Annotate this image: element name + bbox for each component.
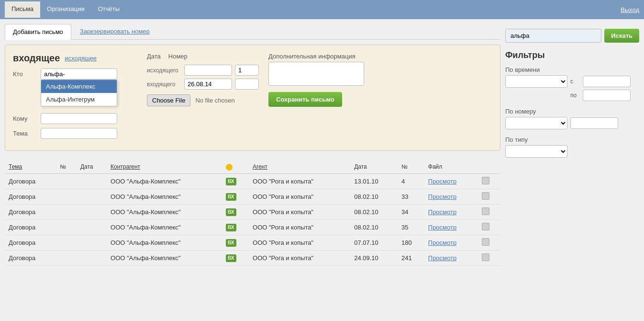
type-outgoing-link[interactable]: исходящее <box>65 55 97 62</box>
main-content: Добавить письмо Зарезервировать номер вх… <box>0 19 644 271</box>
cell-theme: Договора <box>5 204 56 219</box>
nav-item-pisma[interactable]: Письма <box>5 1 40 18</box>
cell-file[interactable]: Просмотр <box>424 189 478 204</box>
theme-label: Тема <box>13 130 37 137</box>
dropdown-item-1[interactable]: Альфа-Интегрум <box>41 93 117 106</box>
cell-attach[interactable] <box>478 250 501 265</box>
additional-title: Дополнительная информация <box>268 53 364 60</box>
attach-icon[interactable] <box>482 223 489 230</box>
cell-agent-num: 241 <box>398 250 424 265</box>
nav-item-organizations[interactable]: Организации <box>40 1 91 18</box>
attach-icon[interactable] <box>482 192 489 200</box>
cell-theme: Договора <box>5 173 56 189</box>
outgoing-num-input[interactable] <box>235 65 259 76</box>
cell-file[interactable]: Просмотр <box>424 173 478 189</box>
badge-icon: ВХ <box>226 178 236 185</box>
view-link[interactable]: Просмотр <box>428 208 456 216</box>
filter-time-label: По времени <box>505 66 639 73</box>
filter-time-select[interactable] <box>505 75 567 88</box>
filters-title: Фильтры <box>505 50 639 60</box>
outgoing-date-input[interactable] <box>184 65 232 76</box>
attach-icon[interactable] <box>482 207 489 215</box>
cell-badge: ВХ <box>222 173 249 189</box>
col-agent[interactable]: Агент <box>249 160 350 173</box>
cell-agent-date: 24.09.10 <box>350 250 398 265</box>
outgoing-date-label: исходящего <box>147 67 181 74</box>
table-row: Договора ООО "Альфа-Комплекс" ВХ ООО "Ро… <box>5 250 500 265</box>
col-attach <box>478 160 501 173</box>
outgoing-date-row: исходящего <box>147 65 259 76</box>
cell-num <box>56 219 77 235</box>
search-bar: Искать <box>505 29 639 43</box>
attach-icon[interactable] <box>482 238 489 246</box>
view-link[interactable]: Просмотр <box>428 193 456 200</box>
table-row: Договора ООО "Альфа-Комплекс" ВХ ООО "Ро… <box>5 204 500 219</box>
tab-reserve-number[interactable]: Зарезервировать номер <box>72 24 157 39</box>
whom-label: Кому <box>13 115 37 122</box>
cell-date <box>77 235 107 250</box>
attach-icon[interactable] <box>482 177 489 184</box>
dropdown-item-0[interactable]: Альфа-Комплекс <box>41 80 117 93</box>
cell-counterparty: ООО "Альфа-Комплекс" <box>107 173 222 189</box>
cell-attach[interactable] <box>478 235 501 250</box>
filter-from-input[interactable] <box>583 76 631 87</box>
filter-number-input[interactable] <box>570 117 618 129</box>
cell-counterparty: ООО "Альфа-Комплекс" <box>107 250 222 265</box>
cell-theme: Договора <box>5 235 56 250</box>
search-button[interactable]: Искать <box>604 29 639 43</box>
theme-input[interactable] <box>41 128 117 139</box>
filter-to-input[interactable] <box>583 90 631 101</box>
search-input[interactable] <box>505 29 601 43</box>
cell-agent: ООО "Рога и копыта" <box>249 250 350 265</box>
filter-number-group: По номеру <box>505 108 639 129</box>
cell-counterparty: ООО "Альфа-Комплекс" <box>107 219 222 235</box>
additional-textarea[interactable] <box>268 62 364 86</box>
cell-attach[interactable] <box>478 204 501 219</box>
col-theme[interactable]: Тема <box>5 160 56 173</box>
type-incoming-label: входящее <box>13 53 60 64</box>
filter-from-text: с <box>570 78 580 85</box>
col-agent-date: Дата <box>350 160 398 173</box>
incoming-date-input[interactable] <box>184 79 232 90</box>
view-link[interactable]: Просмотр <box>428 239 456 246</box>
save-letter-button[interactable]: Сохранить письмо <box>268 92 342 107</box>
filter-time-from-row: с <box>505 75 639 88</box>
attach-icon[interactable] <box>482 253 489 261</box>
tab-add-letter[interactable]: Добавить письмо <box>5 24 71 40</box>
cell-file[interactable]: Просмотр <box>424 219 478 235</box>
cell-attach[interactable] <box>478 173 501 189</box>
badge-icon: ВХ <box>226 193 236 201</box>
col-file: Файл <box>424 160 478 173</box>
nav-item-reports[interactable]: Отчёты <box>91 1 126 18</box>
whom-input[interactable] <box>41 113 117 124</box>
incoming-num-input[interactable] <box>235 79 259 90</box>
cell-file[interactable]: Просмотр <box>424 250 478 265</box>
who-input[interactable] <box>41 69 117 80</box>
view-link[interactable]: Просмотр <box>428 224 456 231</box>
cell-date <box>77 250 107 265</box>
filter-number-select[interactable] <box>505 117 567 129</box>
cell-agent: ООО "Рога и копыта" <box>249 235 350 250</box>
right-form: Дата Номер исходящего входяще <box>147 53 364 107</box>
view-link[interactable]: Просмотр <box>428 254 456 262</box>
filter-type-select[interactable] <box>505 145 567 158</box>
cell-badge: ВХ <box>222 235 249 250</box>
cell-agent-date: 07.07.10 <box>350 235 398 250</box>
logout-link[interactable]: Выход <box>621 6 639 13</box>
view-link[interactable]: Просмотр <box>428 178 456 185</box>
cell-agent: ООО "Рога и копыта" <box>249 219 350 235</box>
col-counterparty[interactable]: Контрагент <box>107 160 222 173</box>
cell-badge: ВХ <box>222 219 249 235</box>
number-section-title: Номер <box>168 53 188 60</box>
file-save-row: Choose File No file chosen <box>147 94 259 106</box>
cell-file[interactable]: Просмотр <box>424 235 478 250</box>
cell-attach[interactable] <box>478 189 501 204</box>
col-num: № <box>56 160 77 173</box>
cell-date <box>77 204 107 219</box>
left-panel: Добавить письмо Зарезервировать номер вх… <box>5 24 500 266</box>
cell-attach[interactable] <box>478 219 501 235</box>
cell-file[interactable]: Просмотр <box>424 204 478 219</box>
cell-theme: Договора <box>5 250 56 265</box>
choose-file-button[interactable]: Choose File <box>147 94 190 106</box>
yellow-dot-icon <box>226 164 233 171</box>
